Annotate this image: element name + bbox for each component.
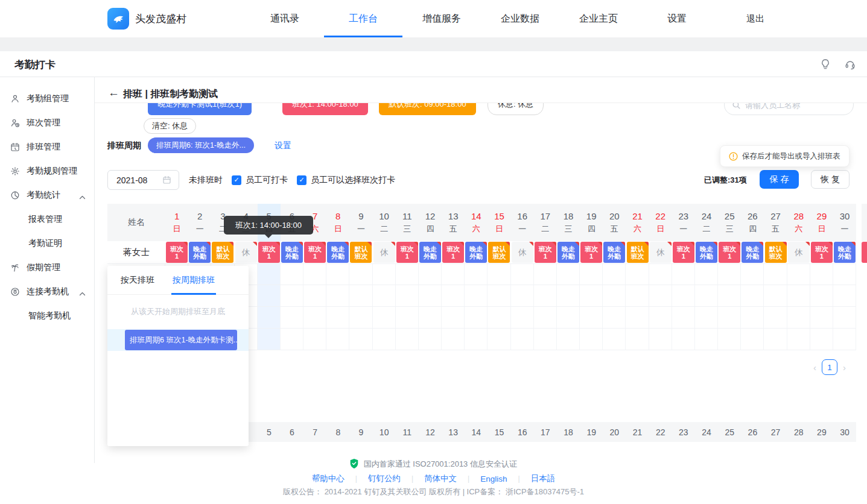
shift-cell-day-23[interactable]: 班次1: [672, 241, 695, 263]
shift-cell-day-12[interactable]: 晚走外勤: [419, 241, 442, 263]
shift-cell-day-21[interactable]: 默认班次: [626, 241, 649, 263]
empty-cell[interactable]: [764, 264, 787, 285]
empty-cell[interactable]: [442, 285, 465, 306]
shift-cell-day-4[interactable]: 休: [235, 241, 258, 263]
empty-cell[interactable]: [419, 329, 442, 350]
sidebar-item-schedule-manage[interactable]: 排班管理: [0, 135, 94, 159]
empty-cell[interactable]: [326, 329, 349, 350]
prev-page-icon[interactable]: ‹: [813, 362, 816, 373]
sidebar-item-attendance-group[interactable]: 考勤组管理: [0, 87, 94, 111]
empty-cell[interactable]: [695, 285, 718, 306]
empty-cell[interactable]: [672, 307, 695, 328]
empty-cell[interactable]: [258, 307, 281, 328]
empty-cell[interactable]: [626, 264, 649, 285]
empty-cell[interactable]: [326, 307, 349, 328]
empty-cell[interactable]: [465, 285, 487, 306]
empty-cell[interactable]: [534, 307, 557, 328]
shift-chip-b1[interactable]: 班次1: [719, 242, 740, 263]
empty-cell[interactable]: [833, 264, 856, 285]
footer-link-4[interactable]: English: [480, 474, 507, 484]
empty-cell[interactable]: [465, 329, 487, 350]
empty-cell[interactable]: [281, 307, 303, 328]
empty-cell[interactable]: [373, 329, 396, 350]
quick-shift-button-3[interactable]: 默认班次: 09:00-18:00: [379, 102, 476, 115]
shift-cell-day-11[interactable]: 班次1: [396, 241, 419, 263]
empty-cell[interactable]: [764, 285, 787, 306]
restore-button[interactable]: 恢 复: [811, 170, 850, 189]
shift-chip-b1[interactable]: 班次1: [535, 242, 556, 263]
empty-cell[interactable]: [695, 307, 718, 328]
empty-cell[interactable]: [672, 285, 695, 306]
empty-cell[interactable]: [511, 264, 534, 285]
dingtalk-logo-icon[interactable]: [107, 8, 129, 30]
shift-chip-wz[interactable]: 晚走外勤: [281, 242, 303, 263]
empty-cell[interactable]: [580, 264, 603, 285]
cycle-option-selected[interactable]: 排班周期6 班次1-晚走外勤卡测...: [125, 330, 237, 350]
empty-cell[interactable]: [326, 285, 349, 306]
empty-cell[interactable]: [557, 264, 580, 285]
empty-cell[interactable]: [511, 329, 534, 350]
shift-cell-day-27[interactable]: 默认班次: [764, 241, 787, 263]
shift-chip-mr[interactable]: 默认班次: [765, 242, 787, 263]
empty-cell[interactable]: [442, 307, 465, 328]
shift-cell-day-8[interactable]: 晚走外勤: [326, 241, 349, 263]
sidebar-subitem[interactable]: 报表管理: [0, 207, 94, 232]
empty-cell[interactable]: [626, 329, 649, 350]
shift-cell-day-26[interactable]: 晚走外勤: [741, 241, 764, 263]
empty-cell[interactable]: [281, 329, 303, 350]
sidebar-item-rules-gear[interactable]: 考勤规则管理: [0, 159, 94, 183]
empty-cell[interactable]: [373, 285, 396, 306]
empty-cell[interactable]: [649, 329, 672, 350]
sidebar-subitem[interactable]: 考勤证明: [0, 232, 94, 256]
quick-shift-button-2[interactable]: 班次1: 14:00-18:00: [282, 102, 368, 115]
empty-cell[interactable]: [487, 264, 510, 285]
empty-cell[interactable]: [626, 285, 649, 306]
shift-chip-wz[interactable]: 晚走外勤: [419, 242, 441, 263]
empty-cell[interactable]: [649, 285, 672, 306]
shift-chip-rest[interactable]: 休: [373, 242, 395, 263]
month-picker[interactable]: 2021-08: [107, 170, 179, 190]
shift-chip-mr[interactable]: 默认班次: [350, 242, 372, 263]
sidebar-item-shift-manage[interactable]: 班次管理: [0, 111, 94, 135]
empty-cell[interactable]: [349, 285, 372, 306]
empty-cell[interactable]: [810, 329, 833, 350]
empty-cell[interactable]: [718, 285, 741, 306]
empty-cell[interactable]: [396, 329, 419, 350]
footer-link-1[interactable]: 帮助中心: [312, 473, 345, 484]
nav-item-4[interactable]: 企业数据: [481, 0, 559, 37]
shift-chip-wz[interactable]: 晚走外勤: [189, 242, 211, 263]
shift-cell-day-22[interactable]: 休: [649, 241, 672, 263]
shift-chip-wz[interactable]: 晚走外勤: [327, 242, 349, 263]
empty-cell[interactable]: [741, 264, 764, 285]
empty-cell[interactable]: [672, 329, 695, 350]
checkbox-2[interactable]: ✓: [297, 175, 306, 185]
empty-cell[interactable]: [396, 264, 419, 285]
shift-chip-wz[interactable]: 晚走外勤: [557, 242, 579, 263]
shift-cell-day-19[interactable]: 班次1: [580, 241, 603, 263]
panel-tab-1[interactable]: 按天排班: [121, 266, 154, 295]
shift-cell-day-6[interactable]: 晚走外勤: [281, 241, 303, 263]
shift-chip-b1[interactable]: 班次1: [442, 242, 464, 263]
shift-cell-day-28[interactable]: 休: [787, 241, 810, 263]
shift-cell-day-5[interactable]: 班次1: [258, 241, 281, 263]
empty-cell[interactable]: [396, 307, 419, 328]
empty-cell[interactable]: [741, 329, 764, 350]
empty-cell[interactable]: [833, 307, 856, 328]
empty-cell[interactable]: [349, 307, 372, 328]
nav-item-5[interactable]: 企业主页: [559, 0, 638, 37]
empty-cell[interactable]: [442, 329, 465, 350]
empty-cell[interactable]: [303, 307, 326, 328]
shift-chip-rest[interactable]: 休: [235, 242, 257, 263]
empty-cell[interactable]: [787, 329, 810, 350]
empty-cell[interactable]: [511, 307, 534, 328]
clear-rest-button[interactable]: 清空: 休息: [144, 118, 196, 134]
empty-cell[interactable]: [349, 264, 372, 285]
shift-cell-day-18[interactable]: 晚走外勤: [557, 241, 580, 263]
empty-cell[interactable]: [487, 285, 510, 306]
shift-chip-rest[interactable]: 休: [512, 242, 533, 263]
shift-chip-b1[interactable]: 班次1: [673, 242, 694, 263]
empty-cell[interactable]: [258, 264, 281, 285]
shift-chip-wz[interactable]: 晚走外勤: [465, 242, 487, 263]
empty-cell[interactable]: [281, 285, 303, 306]
shift-cell-day-29[interactable]: 班次1: [810, 241, 833, 263]
